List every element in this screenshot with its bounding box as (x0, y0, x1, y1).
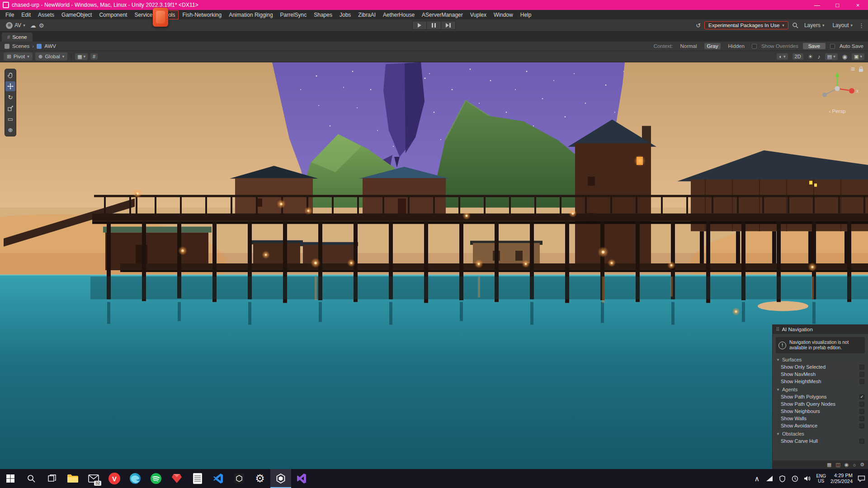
taskbar-app-visual-studio[interactable] (291, 469, 312, 488)
taskbar-app-edge[interactable] (125, 469, 146, 488)
task-view-button[interactable] (42, 469, 62, 488)
checkbox[interactable] (859, 379, 864, 384)
row-show-heightmesh[interactable]: Show HeightMesh (773, 378, 868, 385)
save-button[interactable]: Save (803, 43, 826, 49)
language-indicator[interactable]: ENG US (816, 474, 826, 483)
tab-scene[interactable]: # Scene (2, 33, 33, 42)
record-icon[interactable]: ○ (853, 462, 856, 468)
transform-tool-button[interactable]: ⊕ (5, 125, 15, 135)
taskbar-app-notepad[interactable] (187, 469, 208, 488)
orientation-gizmo[interactable]: x ‹ Persp (816, 70, 859, 114)
rect-tool-button[interactable]: ▭ (5, 114, 15, 124)
section-surfaces[interactable]: ▼ Surfaces (773, 355, 868, 363)
section-obstacles[interactable]: ▼ Obstacles (773, 429, 868, 437)
audio-toggle-icon[interactable]: ♪ (817, 53, 821, 60)
row-show-carve-hull[interactable]: Show Carve Hull (773, 437, 868, 445)
more-options-icon[interactable]: ⋮ (859, 22, 864, 29)
network-icon[interactable] (765, 475, 774, 482)
taskbar-app-settings[interactable]: ⚙ (250, 469, 270, 488)
version-history-icon[interactable]: ↺ (696, 22, 701, 29)
experimental-packages-dropdown[interactable]: Experimental Packages In Use ▾ (704, 21, 788, 29)
step-button[interactable] (441, 21, 456, 30)
taskbar-app-mail[interactable]: 32 (83, 469, 104, 488)
search-icon[interactable] (792, 22, 798, 28)
camera-settings-dropdown[interactable]: ▣ ▾ (852, 53, 864, 60)
visibility-icon[interactable]: ◉ (844, 462, 849, 468)
menu-aetherhouse[interactable]: AetherHouse (379, 10, 418, 19)
scene-viewport[interactable]: ≡ ↻ ▭ ⊕ (0, 62, 868, 469)
section-agents[interactable]: ▼ Agents (773, 385, 868, 393)
context-option-hidden[interactable]: Hidden (725, 43, 747, 49)
taskbar-app-file-explorer[interactable] (62, 469, 83, 488)
taskbar-app-vscode[interactable] (208, 469, 229, 488)
gear-icon[interactable]: ⚙ (39, 22, 44, 29)
checkbox[interactable] (859, 423, 864, 428)
taskbar-app-gem[interactable] (166, 469, 187, 488)
taskbar-search-button[interactable] (21, 469, 42, 488)
menu-zibraai[interactable]: ZibraAI (354, 10, 379, 19)
lock-icon[interactable] (859, 66, 863, 72)
notification-center-icon[interactable] (857, 475, 865, 482)
menu-component[interactable]: Component (95, 10, 131, 19)
checkbox[interactable]: ✓ (859, 394, 864, 399)
scene-visibility-icon[interactable]: ◉ (842, 53, 847, 60)
breadcrumb-root[interactable]: Scenes (12, 43, 29, 49)
context-option-normal[interactable]: Normal (677, 43, 699, 49)
shading-mode-dropdown[interactable]: ◐ ▾ (777, 53, 788, 60)
pause-button[interactable] (427, 21, 441, 30)
move-tool-button[interactable] (5, 81, 15, 91)
settings-icon[interactable]: ⚙ (860, 462, 864, 468)
menu-parrelsync[interactable]: ParrelSync (277, 10, 311, 19)
menu-file[interactable]: File (2, 10, 18, 19)
taskbar-clock[interactable]: 4:29 PM 2/25/2024 (830, 473, 853, 484)
auto-save-checkbox[interactable] (830, 44, 835, 49)
mesh-icon[interactable]: ◫ (835, 462, 840, 468)
ai-navigation-header[interactable]: ⠿ AI Navigation (773, 324, 868, 334)
menu-animation-rigging[interactable]: Animation Rigging (225, 10, 276, 19)
scene-canvas[interactable] (0, 62, 868, 469)
context-option-gray[interactable]: Gray (704, 43, 721, 49)
volume-icon[interactable] (803, 475, 811, 482)
menu-jobs[interactable]: Jobs (336, 10, 354, 19)
global-dropdown[interactable]: ⊕ Global ▾ (35, 52, 67, 61)
menu-fish-networking[interactable]: Fish-Networking (179, 10, 225, 19)
hand-tool-button[interactable] (5, 70, 15, 80)
checkbox[interactable] (859, 365, 864, 370)
layout-dropdown[interactable]: Layout ▾ (830, 21, 855, 29)
start-button[interactable] (0, 469, 21, 488)
breadcrumb-current[interactable]: AWV (44, 43, 56, 49)
checkbox[interactable] (859, 439, 864, 444)
row-show-path-query-nodes[interactable]: Show Path Query Nodes (773, 400, 868, 408)
checkbox[interactable] (859, 372, 864, 377)
row-show-avoidance[interactable]: Show Avoidance (773, 422, 868, 429)
pivot-dropdown[interactable]: ⊞ Pivot ▾ (4, 52, 33, 61)
menu-assets[interactable]: Assets (34, 10, 58, 19)
layers-dropdown[interactable]: Layers ▾ (802, 21, 827, 29)
security-shield-icon[interactable] (778, 475, 786, 482)
menu-edit[interactable]: Edit (18, 10, 34, 19)
menu-shapes[interactable]: Shapes (310, 10, 336, 19)
taskbar-app-vivaldi[interactable]: V (104, 469, 125, 488)
menu-help[interactable]: Help (517, 10, 535, 19)
menu-aservermanager[interactable]: AServerManager (418, 10, 467, 19)
rotate-tool-button[interactable]: ↻ (5, 92, 15, 102)
minimize-button[interactable]: — (807, 0, 827, 10)
menu-gameobject[interactable]: GameObject (58, 10, 95, 19)
2d-toggle[interactable]: 2D (793, 53, 803, 60)
account-dropdown[interactable]: AV ▾ (4, 21, 28, 30)
row-show-neighbours[interactable]: Show Neighbours (773, 408, 868, 415)
taskbar-app-unity-editor[interactable] (270, 469, 291, 488)
checkbox[interactable] (859, 402, 864, 407)
close-button[interactable]: × (848, 0, 868, 10)
menu-window[interactable]: Window (490, 10, 517, 19)
menu-vuplex[interactable]: Vuplex (467, 10, 490, 19)
row-show-navmesh[interactable]: Show NavMesh (773, 371, 868, 378)
checkbox[interactable] (859, 416, 864, 421)
maximize-button[interactable]: □ (827, 0, 848, 10)
grid-icon[interactable]: ▦ (827, 462, 831, 468)
clock-sync-icon[interactable] (791, 475, 799, 482)
lighting-toggle-icon[interactable]: ☀ (808, 53, 813, 60)
effects-dropdown[interactable]: ▤ ▾ (825, 53, 838, 60)
grid-snap-dropdown[interactable]: ▦ ▾ (75, 53, 88, 60)
show-overrides-checkbox[interactable] (752, 44, 757, 49)
